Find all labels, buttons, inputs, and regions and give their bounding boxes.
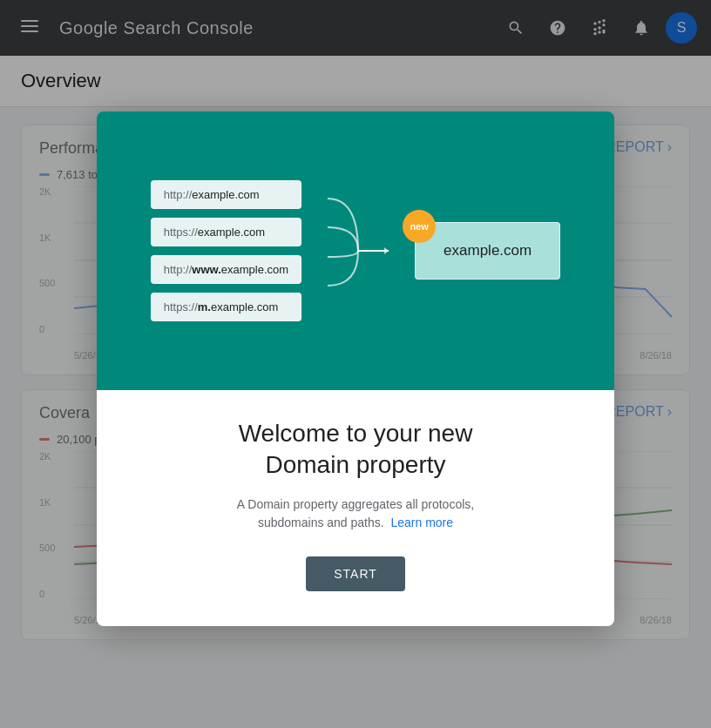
- modal-diagram-area: http://example.com https://example.com h…: [97, 111, 614, 390]
- learn-more-link[interactable]: Learn more: [390, 516, 453, 529]
- start-button[interactable]: START: [306, 556, 405, 591]
- result-domain-box: example.com: [415, 222, 560, 280]
- url-item-https: https://example.com: [151, 218, 301, 246]
- url-item-mobile: https://m.example.com: [151, 293, 301, 321]
- new-badge: new: [403, 210, 436, 243]
- arrows-svg: [328, 181, 389, 320]
- modal-title: Welcome to your newDomain property: [132, 418, 579, 482]
- modal: http://example.com https://example.com h…: [97, 111, 614, 626]
- url-item-www: http://www.example.com: [151, 255, 301, 284]
- svg-marker-13: [384, 247, 389, 254]
- domain-diagram: http://example.com https://example.com h…: [133, 163, 578, 339]
- modal-description: A Domain property aggregates all protoco…: [132, 495, 579, 532]
- result-box-wrap: new example.com: [415, 222, 560, 280]
- url-item-http: http://example.com: [151, 180, 301, 209]
- url-list: http://example.com https://example.com h…: [151, 180, 301, 321]
- modal-content: Welcome to your newDomain property A Dom…: [97, 390, 614, 626]
